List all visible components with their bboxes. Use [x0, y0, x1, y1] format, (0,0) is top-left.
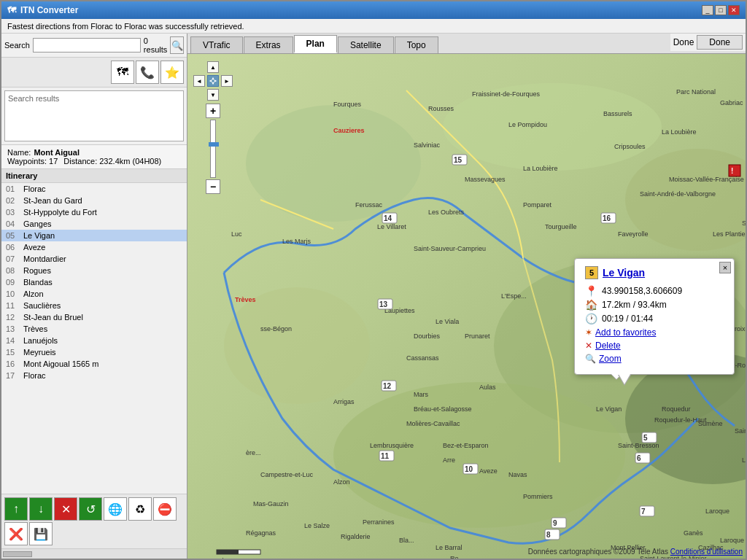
- waypoint-num: 13: [6, 324, 20, 333]
- attribution-link[interactable]: Conditions d'utilisation: [670, 548, 743, 556]
- svg-text:7: 7: [641, 508, 646, 516]
- svg-text:Ferussac: Ferussac: [355, 201, 383, 209]
- map-area[interactable]: Fraissinet-de-Fourques Rousses Le Pompid…: [187, 54, 746, 559]
- recycle-button[interactable]: ♻: [128, 497, 152, 521]
- waypoint-num: 12: [6, 313, 20, 322]
- titlebar: 🗺 ITN Converter _ □ ✕: [1, 1, 746, 19]
- waypoint-name: Sauclières: [23, 301, 61, 310]
- delete-waypoint-button[interactable]: ✕: [54, 497, 77, 521]
- waypoint-name: Meyrueis: [23, 348, 56, 357]
- horizontal-scrollbar[interactable]: [1, 548, 187, 559]
- svg-text:8: 8: [546, 531, 551, 539]
- pan-right-button[interactable]: ►: [221, 75, 233, 87]
- waypoint-item[interactable]: 06Aveze: [1, 241, 187, 253]
- svg-text:Bla...: Bla...: [399, 537, 414, 544]
- waypoint-item[interactable]: 17Florac: [1, 370, 187, 381]
- waypoint-item[interactable]: 01Florac: [1, 183, 187, 195]
- popup-close-button[interactable]: ×: [719, 262, 731, 273]
- window-title: 🗺 ITN Converter: [7, 5, 78, 15]
- move-down-button[interactable]: ↓: [29, 497, 53, 521]
- zoom-handle[interactable]: [209, 142, 219, 147]
- pan-down-button[interactable]: ▼: [207, 89, 219, 101]
- waypoint-item[interactable]: 16Mont Aigoual 1565 m: [1, 358, 187, 370]
- recalculate-button[interactable]: ↺: [79, 497, 102, 521]
- tab-satellite[interactable]: Satellite: [338, 36, 394, 53]
- svg-text:16: 16: [603, 214, 611, 222]
- svg-text:Cassansas: Cassansas: [406, 354, 439, 362]
- map-attribution: Données cartographiques ©2009 Tele Atlas…: [528, 548, 743, 556]
- scrollbar-thumb[interactable]: [3, 551, 32, 557]
- waypoint-item[interactable]: 09Blandas: [1, 276, 187, 288]
- time-icon: 🕐: [585, 313, 597, 324]
- svg-text:14: 14: [384, 214, 392, 222]
- waypoint-num: 14: [6, 336, 20, 345]
- route-name-row: Name: Mont Aigual: [7, 148, 181, 157]
- app-title-text: ITN Converter: [20, 5, 78, 15]
- search-input[interactable]: [33, 38, 141, 52]
- add-favorites-link[interactable]: Add to favorites: [595, 327, 656, 338]
- save-button[interactable]: 💾: [29, 522, 53, 545]
- svg-text:Dourbies: Dourbies: [414, 332, 441, 340]
- pan-up-button[interactable]: ▲: [207, 61, 219, 73]
- popup-tail-inner: [619, 374, 630, 384]
- waypoint-item[interactable]: 02St-Jean du Gard: [1, 195, 187, 206]
- tab-topo[interactable]: Topo: [395, 36, 438, 53]
- waypoint-num: 15: [6, 348, 20, 357]
- tab-extras[interactable]: Extras: [244, 36, 293, 53]
- route-name-value: Mont Aigual: [34, 148, 80, 157]
- waypoint-item[interactable]: 05Le Vigan: [1, 230, 187, 241]
- search-button[interactable]: 🔍: [170, 36, 184, 54]
- svg-text:Le Villaret: Le Villaret: [377, 223, 406, 230]
- favorites-button[interactable]: ⭐: [160, 61, 184, 84]
- x-circle-button[interactable]: ❌: [4, 522, 28, 545]
- distance-icon: 🏠: [585, 299, 597, 311]
- waypoint-num: 06: [6, 243, 20, 252]
- svg-text:Les Plantiers: Les Plantiers: [713, 230, 746, 238]
- popup-time-row: 🕐 00:19 / 01:44: [585, 313, 724, 324]
- globe-button[interactable]: 🌐: [104, 497, 127, 521]
- delete-link[interactable]: Delete: [595, 341, 621, 351]
- popup-number: 5: [585, 266, 598, 279]
- waypoint-item[interactable]: 10Alzon: [1, 288, 187, 300]
- minimize-button[interactable]: _: [702, 5, 713, 15]
- waypoint-num: 17: [6, 371, 20, 380]
- svg-text:6: 6: [637, 454, 641, 462]
- tab-vtrafic[interactable]: VTrafic: [190, 36, 243, 53]
- zoom-out-button[interactable]: −: [206, 179, 220, 194]
- svg-text:Régagnas: Régagnas: [246, 529, 276, 537]
- popup-location-name[interactable]: Le Vigan: [603, 267, 645, 279]
- zoom-slider[interactable]: [210, 120, 216, 178]
- no-entry-button[interactable]: ⛔: [153, 497, 177, 521]
- close-button[interactable]: ✕: [728, 5, 740, 15]
- svg-text:Laroque: Laroque: [705, 508, 729, 515]
- svg-point-6: [333, 382, 625, 528]
- svg-text:Arre: Arre: [443, 456, 455, 464]
- search-bar: Search 0 results 🔍: [1, 34, 187, 58]
- svg-text:Pommiers: Pommiers: [523, 493, 553, 500]
- maximize-button[interactable]: □: [715, 5, 727, 15]
- move-up-button[interactable]: ↑: [4, 497, 28, 521]
- svg-text:Arrigas: Arrigas: [333, 398, 355, 405]
- waypoint-item[interactable]: 03St-Hyppolyte du Fort: [1, 206, 187, 218]
- waypoint-name: St-Hyppolyte du Fort: [23, 208, 97, 217]
- waypoint-item[interactable]: 13Trèves: [1, 323, 187, 335]
- waypoint-item[interactable]: 04Ganges: [1, 218, 187, 230]
- phone-button[interactable]: 📞: [136, 61, 159, 84]
- svg-text:Bréau-et-Salagosse: Bréau-et-Salagosse: [414, 405, 472, 413]
- done-button[interactable]: Done: [697, 35, 743, 50]
- pan-left-button[interactable]: ◄: [193, 75, 205, 87]
- zoom-in-button[interactable]: +: [206, 104, 220, 118]
- waypoint-item[interactable]: 12St-Jean du Bruel: [1, 311, 187, 323]
- waypoint-name: Rogues: [23, 266, 51, 275]
- svg-text:Ganès: Ganès: [684, 529, 703, 537]
- waypoint-item[interactable]: 08Rogues: [1, 265, 187, 276]
- map-view-button[interactable]: 🗺: [111, 61, 134, 84]
- zoom-link[interactable]: Zoom: [599, 354, 622, 364]
- search-results-box: Search results: [4, 90, 184, 141]
- waypoint-item[interactable]: 07Montdardier: [1, 253, 187, 265]
- waypoint-name: St-Jean du Bruel: [23, 313, 83, 322]
- waypoint-item[interactable]: 14Lanuéjols: [1, 335, 187, 346]
- waypoint-item[interactable]: 11Sauclières: [1, 300, 187, 311]
- waypoint-item[interactable]: 15Meyrueis: [1, 346, 187, 358]
- tab-plan[interactable]: Plan: [294, 35, 337, 53]
